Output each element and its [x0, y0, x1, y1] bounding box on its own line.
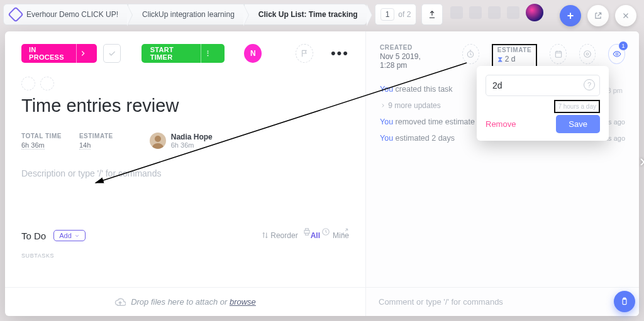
- timer-menu-icon[interactable]: ⋮: [201, 44, 216, 63]
- description-input[interactable]: Description or type '/' for commands: [21, 168, 349, 178]
- svg-rect-5: [555, 52, 561, 57]
- reorder-label: Reorder: [270, 231, 297, 240]
- due-date-button[interactable]: [550, 44, 567, 64]
- share-button[interactable]: [421, 4, 443, 25]
- clickup-logo-icon: [8, 6, 23, 22]
- time-tracked-button[interactable]: [462, 44, 479, 64]
- next-task-button[interactable]: ›: [640, 151, 644, 170]
- assignee-avatar[interactable]: N: [244, 44, 262, 63]
- activity-actor[interactable]: You: [380, 117, 393, 126]
- start-timer-button[interactable]: START TIMER ⋮: [142, 44, 225, 63]
- chevron-down-icon: [74, 233, 80, 239]
- user-avatar[interactable]: [150, 133, 166, 149]
- breadcrumb-root[interactable]: Everhour Demo CLICK UP!: [3, 4, 128, 25]
- breadcrumb-folder[interactable]: ClickUp integration learning: [128, 4, 244, 25]
- chevron-right-icon: [380, 102, 386, 109]
- breadcrumb-list-label: Click Up List: Time tracking: [258, 10, 358, 19]
- created-label: CREATED: [380, 44, 437, 51]
- more-menu-button[interactable]: •••: [331, 45, 349, 62]
- comment-placeholder: Comment or type '/' for commands: [379, 297, 503, 307]
- flag-icon: [300, 49, 309, 58]
- user-name: Nadia Hope: [171, 133, 213, 141]
- close-icon: [621, 11, 630, 20]
- breadcrumb: Everhour Demo CLICK UP! ClickUp integrat…: [3, 3, 550, 26]
- assignee-initial: N: [250, 49, 256, 58]
- activity-text: estimated 2 days: [393, 134, 455, 143]
- share-icon: [428, 10, 436, 19]
- comment-input[interactable]: Comment or type '/' for commands: [365, 288, 639, 316]
- estimate-input[interactable]: [486, 75, 600, 96]
- svg-rect-0: [304, 231, 309, 234]
- total-time-label: TOTAL TIME: [21, 133, 62, 139]
- activity-time: s ago: [608, 118, 625, 126]
- estimate-remove-button[interactable]: Remove: [486, 119, 516, 129]
- eye-icon: [613, 50, 621, 58]
- modal-footer: Drop files here to attach or browse Comm…: [5, 287, 639, 316]
- add-tag-button[interactable]: [21, 77, 35, 90]
- activity-text: created this task: [393, 85, 453, 94]
- pop-out-button[interactable]: [587, 5, 609, 26]
- breadcrumb-list[interactable]: Click Up List: Time tracking: [244, 4, 367, 25]
- created-value: Nov 5 2019, 1:28 pm: [380, 52, 437, 70]
- page-current: 1: [380, 8, 395, 21]
- history-icon[interactable]: [321, 227, 330, 239]
- activity-actor[interactable]: You: [380, 85, 393, 94]
- add-subtask-label: Add: [59, 232, 72, 239]
- page-indicator[interactable]: 1 of 2: [375, 4, 417, 25]
- expand-icon[interactable]: [340, 227, 349, 239]
- activity-expand-label: 9 more updates: [388, 101, 440, 110]
- estimate-value[interactable]: 14h: [79, 141, 91, 150]
- help-icon[interactable]: ?: [584, 79, 595, 90]
- total-time-value[interactable]: 6h 36m: [21, 141, 45, 150]
- popout-icon: [594, 11, 602, 20]
- breadcrumb-root-label: Everhour Demo CLICK UP!: [26, 10, 118, 19]
- close-button[interactable]: [615, 5, 636, 26]
- browse-link[interactable]: browse: [230, 297, 256, 307]
- estimate-display[interactable]: ESTIMATE ⧗2 d: [492, 44, 538, 67]
- watcher-count: 1: [619, 41, 628, 50]
- drop-text: Drop files here to attach or: [131, 297, 230, 307]
- estimate-label: ESTIMATE: [79, 133, 113, 139]
- add-subtask-button[interactable]: Add: [53, 230, 86, 241]
- reorder-icon: [262, 232, 269, 239]
- status-next-icon[interactable]: [76, 44, 89, 63]
- estimate-hint: 7 hours a day: [554, 100, 600, 113]
- svg-rect-2: [306, 233, 309, 235]
- add-tag-button-2[interactable]: [40, 77, 54, 90]
- breadcrumb-folder-label: ClickUp integration learning: [142, 10, 235, 19]
- drop-zone[interactable]: Drop files here to attach or browse: [5, 288, 365, 316]
- side-estimate-label: ESTIMATE: [497, 46, 532, 53]
- task-toolbar: IN PROCESS START TIMER ⋮ N •••: [21, 44, 349, 63]
- priority-button[interactable]: [296, 44, 313, 63]
- task-title[interactable]: Time entries review: [21, 95, 349, 116]
- subtasks-section-title: To Do: [21, 231, 46, 241]
- complete-checkbox[interactable]: [103, 44, 121, 63]
- points-icon: [583, 50, 592, 58]
- estimate-save-button[interactable]: Save: [556, 115, 600, 133]
- activity-actor[interactable]: You: [380, 134, 393, 143]
- watchers-button[interactable]: 1: [608, 44, 625, 64]
- hourglass-icon: ⧗: [497, 55, 502, 63]
- notepad-fab[interactable]: [614, 291, 635, 312]
- page-total: of 2: [398, 10, 411, 19]
- reorder-button[interactable]: Reorder: [262, 231, 298, 240]
- svg-rect-1: [306, 229, 309, 231]
- user-time: 6h 36m: [171, 141, 213, 149]
- side-estimate-value: 2 d: [505, 55, 516, 63]
- svg-point-6: [584, 51, 591, 58]
- description-placeholder: Description or type '/' for commands: [21, 168, 161, 178]
- activity-text: removed time estimate: [393, 117, 475, 126]
- check-icon: [108, 49, 116, 58]
- svg-point-7: [586, 53, 589, 55]
- status-button[interactable]: IN PROCESS: [21, 44, 97, 63]
- print-icon[interactable]: [303, 227, 311, 239]
- start-timer-label: START TIMER: [150, 46, 195, 61]
- blurred-timestamp: 8 pm: [608, 87, 623, 94]
- estimate-popover: ? 7 hours a day Remove Save: [477, 66, 609, 141]
- calendar-icon: [554, 50, 563, 58]
- new-task-button[interactable]: +: [560, 5, 581, 26]
- points-button[interactable]: [579, 44, 596, 64]
- clipboard-icon: [620, 297, 629, 306]
- task-modal: IN PROCESS START TIMER ⋮ N •••: [5, 31, 639, 316]
- cloud-upload-icon: [114, 297, 126, 308]
